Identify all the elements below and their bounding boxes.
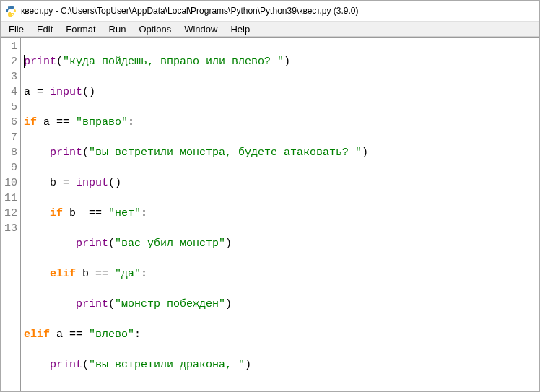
python-idle-icon (5, 5, 17, 17)
line-number: 6 (1, 115, 20, 130)
menu-edit[interactable]: Edit (30, 22, 59, 36)
line-number: 2 (1, 54, 20, 69)
line-number: 10 (1, 175, 20, 191)
window-title: квест.py - C:\Users\TopUser\AppData\Loca… (21, 6, 359, 16)
code-text-area[interactable]: print("куда пойдешь, вправо или влево? "… (21, 38, 539, 391)
line-number: 12 (1, 206, 20, 221)
menu-format[interactable]: Format (59, 22, 102, 36)
menu-options[interactable]: Options (132, 22, 178, 36)
title-bar: квест.py - C:\Users\TopUser\AppData\Loca… (1, 1, 539, 21)
menu-window[interactable]: Window (178, 22, 224, 36)
line-number: 13 (1, 221, 20, 236)
line-number: 3 (1, 69, 20, 84)
menu-bar: File Edit Format Run Options Window Help (1, 21, 539, 37)
line-number: 9 (1, 160, 20, 175)
line-number: 11 (1, 191, 20, 206)
line-number: 1 (1, 39, 20, 54)
line-number: 5 (1, 100, 20, 115)
svg-point-1 (12, 14, 14, 15)
svg-point-0 (9, 6, 10, 8)
editor: 1 2 3 4 5 6 7 8 9 10 11 12 13 print("куд… (1, 37, 539, 391)
line-number-gutter: 1 2 3 4 5 6 7 8 9 10 11 12 13 (1, 38, 21, 391)
menu-run[interactable]: Run (103, 22, 133, 36)
menu-file[interactable]: File (2, 22, 30, 36)
line-number: 8 (1, 145, 20, 160)
line-number: 4 (1, 84, 20, 100)
menu-help[interactable]: Help (224, 22, 256, 36)
line-number: 7 (1, 130, 20, 145)
